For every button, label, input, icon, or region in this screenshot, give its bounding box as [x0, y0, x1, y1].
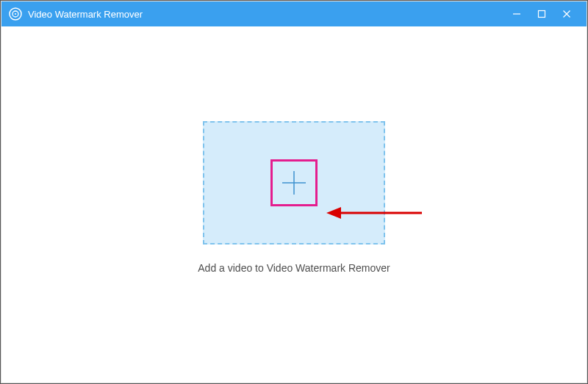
svg-rect-4 [539, 11, 545, 18]
minimize-button[interactable] [504, 1, 529, 26]
main-content: Add a video to Video Watermark Remover [1, 26, 587, 383]
app-window: Video Watermark Remover [1, 1, 587, 383]
instruction-text: Add a video to Video Watermark Remover [198, 262, 390, 274]
maximize-button[interactable] [529, 1, 554, 26]
add-video-dropzone[interactable] [203, 121, 385, 244]
plus-icon [278, 167, 310, 199]
app-logo-icon [9, 7, 22, 21]
plus-highlight-box [270, 159, 318, 206]
svg-point-2 [15, 13, 16, 15]
window-controls [504, 1, 579, 26]
close-button[interactable] [554, 1, 579, 26]
titlebar-left: Video Watermark Remover [9, 7, 143, 21]
titlebar: Video Watermark Remover [1, 1, 587, 26]
app-title: Video Watermark Remover [28, 9, 143, 20]
